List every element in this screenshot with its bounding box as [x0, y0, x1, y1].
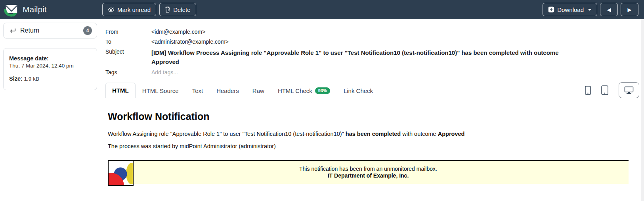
eye-slash-icon — [108, 6, 115, 13]
message-info-card: Message date: Thu, 7 Mar 2024, 12:40 pm … — [3, 48, 97, 90]
from-label: From — [105, 28, 151, 36]
desktop-icon[interactable] — [619, 82, 639, 98]
arrow-right-icon: ▶ — [628, 7, 632, 13]
email-title: Workflow Notification — [108, 111, 644, 122]
tab-html-check[interactable]: HTML Check 93% — [271, 83, 337, 98]
trash-icon — [165, 6, 170, 13]
notice-line-1: This notification has been from an unmon… — [299, 166, 437, 172]
tab-bar: HTML HTML Source Text Headers Raw HTML C… — [105, 83, 644, 98]
brand[interactable]: Mailpit — [4, 2, 102, 17]
header-row-from: From <idm@example.com> — [105, 27, 644, 37]
delete-button[interactable]: Delete — [159, 3, 196, 16]
brand-title: Mailpit — [23, 5, 47, 14]
tab-html-source[interactable]: HTML Source — [136, 83, 185, 98]
company-logo-image — [108, 160, 134, 186]
tab-raw[interactable]: Raw — [246, 83, 271, 98]
main-area: Return 4 Message date: Thu, 7 Mar 2024, … — [0, 19, 644, 184]
mark-unread-button[interactable]: Mark unread — [102, 3, 156, 16]
tags-label: Tags — [105, 69, 151, 76]
tab-link-check[interactable]: Link Check — [337, 83, 380, 98]
tab-text-label: Text — [192, 87, 203, 94]
tab-headers[interactable]: Headers — [210, 83, 246, 98]
tab-html-label: HTML — [112, 87, 129, 94]
return-button[interactable]: Return 4 — [3, 23, 97, 39]
next-message-button[interactable]: ▶ — [621, 3, 638, 16]
header-row-tags: Tags Add tags... — [105, 68, 644, 77]
tab-html-check-label: HTML Check — [278, 87, 312, 94]
to-value: <administrator@example.com> — [151, 38, 229, 46]
return-label: Return — [20, 27, 39, 34]
top-navbar: Mailpit Mark unread Delete — [0, 0, 644, 19]
message-headers: From <idm@example.com> To <administrator… — [105, 27, 644, 77]
size-label: Size: — [9, 75, 23, 82]
notice-line-2: IT Department of Example, Inc. — [299, 172, 437, 179]
unread-count-badge: 4 — [83, 26, 92, 35]
email-paragraph-1: Workflow Assigning role "Approvable Role… — [108, 131, 644, 137]
email-footer-notice: This notification has been from an unmon… — [108, 160, 629, 184]
message-actions: Mark unread Delete — [102, 3, 196, 16]
tablet-icon[interactable] — [601, 85, 608, 95]
download-label: Download — [557, 6, 584, 13]
message-panel: From <idm@example.com> To <administrator… — [100, 19, 644, 184]
return-arrow-icon — [9, 27, 16, 34]
html-check-score-badge: 93% — [315, 87, 330, 94]
message-date-value: Thu, 7 Mar 2024, 12:40 pm — [9, 63, 91, 69]
tab-link-check-label: Link Check — [344, 87, 373, 94]
tab-headers-label: Headers — [216, 87, 239, 94]
tab-text[interactable]: Text — [185, 83, 210, 98]
header-row-to: To <administrator@example.com> — [105, 37, 644, 47]
phone-icon[interactable] — [585, 86, 591, 95]
header-row-subject: Subject [IDM] Workflow Process Assigning… — [105, 47, 644, 68]
delete-label: Delete — [173, 6, 190, 13]
download-button[interactable]: Download — [543, 3, 597, 16]
mailpit-logo-icon — [4, 2, 19, 17]
caret-down-icon — [588, 9, 592, 11]
arrow-left-icon: ◀ — [607, 7, 611, 13]
subject-value: [IDM] Workflow Process Assigning role "A… — [151, 48, 579, 66]
download-icon — [548, 6, 554, 13]
html-preview: Workflow Notification Workflow Assigning… — [105, 98, 644, 184]
previous-message-button[interactable]: ◀ — [600, 3, 618, 16]
sidebar: Return 4 Message date: Thu, 7 Mar 2024, … — [0, 19, 100, 90]
email-paragraph-2: The process was started by midPoint Admi… — [108, 143, 644, 149]
size-value: 1.9 kB — [24, 76, 39, 82]
from-value: <idm@example.com> — [151, 28, 205, 36]
tags-input[interactable]: Add tags... — [151, 69, 178, 76]
tab-html-source-label: HTML Source — [142, 87, 179, 94]
preview-device-toggles — [585, 83, 639, 98]
mark-unread-label: Mark unread — [117, 6, 151, 13]
scrollbar[interactable] — [641, 19, 644, 201]
tab-html[interactable]: HTML — [105, 83, 136, 98]
subject-label: Subject — [105, 48, 151, 66]
message-date-label: Message date: — [9, 55, 91, 62]
tab-raw-label: Raw — [252, 87, 264, 94]
navbar-right-actions: Download ◀ ▶ — [543, 3, 638, 16]
to-label: To — [105, 38, 151, 46]
